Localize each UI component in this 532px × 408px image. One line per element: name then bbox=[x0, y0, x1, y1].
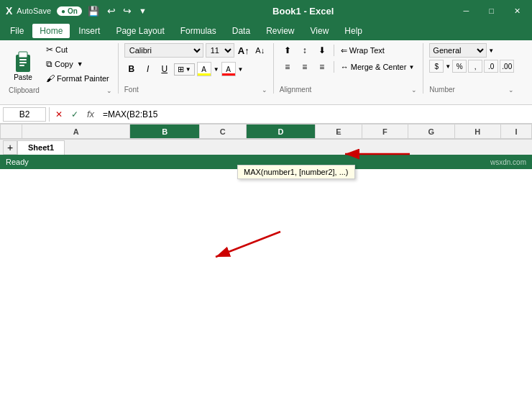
font-size-select[interactable]: 11 bbox=[206, 43, 234, 58]
insert-function-button[interactable]: fx bbox=[84, 108, 97, 121]
col-header-B[interactable]: B bbox=[130, 124, 200, 139]
menu-home[interactable]: Home bbox=[32, 24, 70, 38]
top-align-button[interactable]: ⬆ bbox=[280, 43, 295, 58]
title-bar: X AutoSave ● On 💾 ↩ ↪ ▼ Book1 - Excel ─ … bbox=[0, 0, 532, 22]
merge-center-button[interactable]: ↔ Merge & Center ▼ bbox=[338, 61, 418, 73]
add-sheet-button[interactable]: + bbox=[3, 140, 17, 155]
alignment-expand-icon[interactable]: ⌄ bbox=[411, 86, 417, 94]
minimize-button[interactable]: ─ bbox=[458, 5, 475, 17]
svg-rect-2 bbox=[19, 59, 27, 60]
paste-button[interactable]: Paste bbox=[9, 46, 37, 83]
menu-insert[interactable]: Insert bbox=[71, 24, 107, 38]
autosave-toggle[interactable]: ● On bbox=[57, 6, 82, 16]
fill-dropdown-icon[interactable]: ▼ bbox=[214, 66, 219, 73]
undo-button[interactable]: ↩ bbox=[105, 4, 118, 18]
middle-align-button[interactable]: ↕ bbox=[297, 43, 313, 58]
cell-reference-input[interactable] bbox=[3, 107, 46, 122]
number-label: Number bbox=[429, 86, 455, 94]
formula-bar-divider bbox=[49, 107, 50, 122]
col-header-F[interactable]: F bbox=[362, 124, 408, 139]
align-row-1: ⬆ ↕ ⬇ ⇐ Wrap Text bbox=[280, 43, 387, 58]
bottom-align-button[interactable]: ⬇ bbox=[314, 43, 330, 58]
autosave-label: AutoSave bbox=[17, 6, 51, 15]
copy-icon: ⧉ bbox=[46, 59, 52, 69]
font-color-dropdown-icon[interactable]: ▼ bbox=[238, 66, 244, 73]
formula-bar: ✕ ✓ fx bbox=[0, 105, 532, 124]
decrease-font-button[interactable]: A↓ bbox=[253, 43, 267, 58]
italic-button[interactable]: I bbox=[141, 62, 155, 76]
wrap-text-button[interactable]: ⇐ Wrap Text bbox=[338, 45, 387, 57]
align-right-button[interactable]: ≡ bbox=[314, 60, 330, 74]
border-dropdown-icon[interactable]: ▼ bbox=[185, 66, 191, 73]
fill-color-button[interactable]: A bbox=[197, 62, 211, 76]
menu-formulas[interactable]: Formulas bbox=[173, 24, 224, 38]
underline-button[interactable]: U bbox=[157, 62, 172, 76]
increase-decimal-button[interactable]: .00 bbox=[500, 60, 514, 73]
col-header-I[interactable]: I bbox=[500, 124, 531, 139]
decrease-decimal-button[interactable]: .0 bbox=[484, 60, 498, 73]
watermark: wsxdn.com bbox=[490, 158, 526, 166]
corner-header bbox=[1, 124, 22, 139]
align-row-2: ≡ ≡ ≡ ↔ Merge & Center ▼ bbox=[280, 60, 418, 74]
number-format-select[interactable]: General bbox=[429, 43, 487, 58]
menu-help[interactable]: Help bbox=[337, 24, 370, 38]
font-name-select[interactable]: Calibri bbox=[124, 43, 203, 58]
col-header-C[interactable]: C bbox=[200, 124, 246, 139]
confirm-formula-button[interactable]: ✓ bbox=[68, 108, 81, 121]
menu-data[interactable]: Data bbox=[225, 24, 257, 38]
wrap-text-icon: ⇐ bbox=[341, 46, 347, 55]
redo-button[interactable]: ↪ bbox=[121, 4, 134, 18]
col-header-E[interactable]: E bbox=[316, 124, 362, 139]
increase-font-button[interactable]: A↑ bbox=[237, 43, 251, 58]
clipboard-expand-icon[interactable]: ⌄ bbox=[106, 87, 112, 94]
align-divider2 bbox=[334, 61, 334, 73]
comma-button[interactable]: , bbox=[468, 60, 482, 73]
col-header-D[interactable]: D bbox=[246, 124, 316, 139]
align-divider bbox=[334, 45, 334, 56]
number-expand-icon[interactable]: ⌄ bbox=[508, 86, 514, 94]
fill-color-icon: A bbox=[201, 65, 206, 73]
font-expand-icon[interactable]: ⌄ bbox=[262, 86, 267, 94]
number-row-2: $ ▼ % , .0 .00 bbox=[429, 60, 514, 73]
col-header-A[interactable]: A bbox=[22, 124, 130, 139]
close-button[interactable]: ✕ bbox=[508, 5, 526, 17]
number-label-row: Number ⌄ bbox=[429, 84, 514, 94]
save-icon[interactable]: 💾 bbox=[88, 6, 99, 17]
fill-color-group: ▼ bbox=[214, 66, 219, 73]
align-center-button[interactable]: ≡ bbox=[297, 60, 313, 74]
currency-dropdown-icon[interactable]: ▼ bbox=[445, 63, 451, 70]
more-commands-button[interactable]: ▼ bbox=[137, 5, 149, 17]
font-color-group: ▼ bbox=[238, 66, 244, 73]
font-color-button[interactable]: A bbox=[221, 62, 236, 76]
status-ready: Ready bbox=[6, 158, 29, 166]
cancel-formula-button[interactable]: ✕ bbox=[52, 108, 65, 121]
autosave-state: On bbox=[68, 7, 78, 15]
maximize-button[interactable]: □ bbox=[483, 5, 500, 17]
currency-button[interactable]: $ bbox=[429, 60, 444, 73]
menu-file[interactable]: File bbox=[3, 24, 31, 38]
autosave-icon: ● bbox=[61, 7, 65, 15]
format-painter-button[interactable]: 🖌 Format Painter bbox=[43, 72, 112, 85]
col-header-G[interactable]: G bbox=[408, 124, 454, 139]
copy-button[interactable]: ⧉ Copy ▼ bbox=[43, 58, 112, 71]
sheet-tab-sheet1[interactable]: Sheet1 bbox=[17, 140, 65, 155]
formula-input[interactable] bbox=[100, 107, 529, 122]
clipboard-label: Clipboard bbox=[9, 86, 40, 94]
col-header-H[interactable]: H bbox=[454, 124, 500, 139]
font-row-1: Calibri 11 A↑ A↓ bbox=[124, 43, 267, 58]
copy-dropdown-icon[interactable]: ▼ bbox=[77, 60, 83, 68]
menu-view[interactable]: View bbox=[303, 24, 336, 38]
border-button[interactable]: ⊞ ▼ bbox=[174, 63, 195, 76]
clipboard-group: Paste ✂ Cut ⧉ Copy ▼ 🖌 bbox=[3, 43, 119, 94]
cut-button[interactable]: ✂ Cut bbox=[43, 43, 112, 56]
tab-bar: + Sheet1 bbox=[0, 139, 532, 155]
menu-review[interactable]: Review bbox=[259, 24, 301, 38]
font-color-icon: A bbox=[226, 65, 231, 73]
menu-page-layout[interactable]: Page Layout bbox=[109, 24, 171, 38]
align-left-button[interactable]: ≡ bbox=[280, 60, 295, 74]
bold-button[interactable]: B bbox=[124, 62, 139, 76]
status-bar: Ready wsxdn.com bbox=[0, 155, 532, 169]
merge-dropdown-icon[interactable]: ▼ bbox=[408, 64, 414, 71]
percent-button[interactable]: % bbox=[452, 60, 467, 73]
spreadsheet-wrapper: A B C D E F G H I MAX(number1, [number2]… bbox=[0, 124, 532, 139]
